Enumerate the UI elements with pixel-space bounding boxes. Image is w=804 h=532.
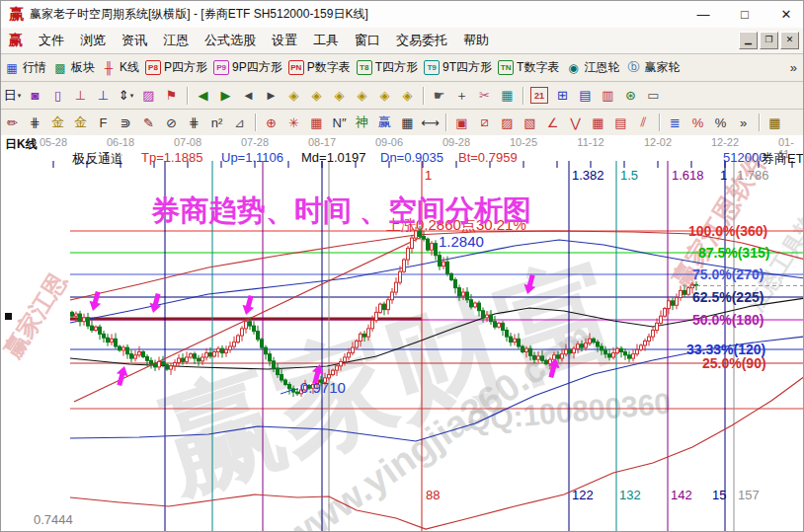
minimize-button[interactable]: — [696,7,710,22]
title-bar: 赢 赢家老子时空周期系统[纵横版] - [券商ETF SH512000-159日… [1,1,803,29]
candle-body [150,360,153,363]
draw-tool-icon[interactable]: ⧄ [474,113,495,132]
draw-tool-icon[interactable]: ⊕ [261,113,281,132]
draw-tool-icon[interactable]: 金 [70,113,91,132]
toolbar-button-T数字表[interactable]: TNT数字表 [498,59,559,76]
toolbar-button-江恩轮[interactable]: ◉江恩轮 [565,59,619,76]
nav-tool-icon[interactable]: 21 [530,87,548,104]
toolbar-button-P四方形[interactable]: P8P四方形 [145,59,207,76]
nav-tool-icon[interactable]: 日▾ [2,86,23,106]
nav-tool-icon[interactable]: ☛ [429,86,449,106]
draw-tool-icon[interactable]: ▦ [764,113,785,132]
toolbar-button-赢家轮[interactable]: ⓑ赢家轮 [625,59,680,76]
draw-tool-icon[interactable]: n² [206,113,227,132]
nav-tool-icon[interactable]: ＋ [451,86,472,106]
nav-tool-icon[interactable]: ► [261,86,281,106]
draw-tool-icon[interactable]: ⊿ [229,113,250,132]
draw-tool-icon[interactable]: ⋕ [25,113,45,132]
mdi-restore-button[interactable]: ❐ [760,32,778,49]
nav-tool-icon[interactable]: ⊥ [93,86,114,106]
menu-item[interactable]: 公式选股 [197,30,264,50]
toolbar-button-label: P四方形 [164,59,207,76]
draw-tool-icon[interactable]: N″ [329,113,350,132]
toolbar-button-P数字表[interactable]: PNP数字表 [288,59,351,76]
time-cycle-label: 1.382 [572,168,604,183]
nav-tool-icon[interactable]: ▯ [47,86,68,106]
draw-tool-icon[interactable]: % [710,113,731,132]
toolbar-button-T四方形[interactable]: T8T四方形 [357,59,418,76]
nav-tool-icon[interactable]: ▶ [215,86,236,106]
menu-item[interactable]: 窗口 [347,30,388,50]
draw-tool-icon[interactable]: ▣ [451,113,472,132]
draw-tool-icon[interactable]: ✳ [283,113,304,132]
menu-item[interactable]: 帮助 [455,30,497,50]
draw-tool-icon[interactable]: ▦ [306,113,327,132]
nav-tool-icon[interactable]: ✂ [474,86,495,106]
close-button[interactable]: ✕ [779,7,793,22]
draw-tool-icon[interactable]: ≣ [665,113,685,132]
indicator-value: 512000 [723,150,765,165]
price-level-label: 50.0%(180) [692,312,764,328]
draw-tool-icon[interactable]: 赢 [374,113,395,132]
toolbar-button-行情[interactable]: ▦行情 [4,59,46,76]
draw-tool-icon[interactable]: ⫽ [633,113,654,132]
draw-tool-icon[interactable]: ∠ [542,113,563,132]
indicator-value: Md=1.0197 [301,150,365,165]
nav-tool-icon[interactable]: ▦ [497,86,518,106]
nav-tool-icon[interactable]: ◈ [283,86,304,106]
nav-tool-icon[interactable]: ◈ [374,86,395,106]
nav-tool-icon[interactable]: ◈ [306,86,327,106]
draw-tool-icon[interactable]: % [687,113,708,132]
nav-tool-icon[interactable]: ◄ [238,86,259,106]
toolbar-separator [255,114,256,131]
draw-tool-icon[interactable]: » [733,113,754,132]
nav-tool-icon[interactable]: ◙ [25,86,45,106]
nav-tool-icon[interactable]: ◈ [329,86,350,106]
mdi-close-button[interactable]: ✕ [780,32,799,49]
draw-tool-icon[interactable]: 神 [352,113,372,132]
mdi-minimize-button[interactable]: ▁ [739,32,758,49]
draw-tool-icon[interactable]: ⋕ [184,113,204,132]
menu-item[interactable]: 工具 [305,30,347,50]
draw-tool-icon[interactable]: ▦ [588,113,608,132]
nav-tool-icon[interactable]: ⊛ [620,86,641,106]
draw-tool-icon[interactable]: ⟷ [420,113,441,132]
candle-body [138,351,141,354]
draw-tool-icon[interactable]: ✎ [138,113,159,132]
toolbar-overflow-chevron[interactable]: » [790,60,797,75]
draw-tool-icon[interactable]: F [93,113,114,132]
toolbar-button-板块[interactable]: ▩板块 [52,59,95,76]
draw-tool-icon[interactable]: ⋑ [116,113,136,132]
candle-body [253,326,256,331]
nav-tool-icon[interactable]: ▨ [138,86,159,106]
toolbar-button-9T四方形[interactable]: T99T四方形 [424,59,492,76]
nav-tool-icon[interactable]: ⊥ [70,86,91,106]
nav-tool-icon[interactable]: ◈ [352,86,372,106]
menu-item[interactable]: 设置 [264,30,305,50]
nav-tool-icon[interactable]: ◈ [397,86,418,106]
nav-tool-icon[interactable]: ◀ [193,86,213,106]
nav-tool-icon[interactable]: ⚑ [161,86,182,106]
draw-tool-icon[interactable]: ⊘ [161,113,182,132]
nav-tool-icon[interactable]: ▥ [598,86,618,106]
draw-tool-icon[interactable]: ▧ [520,113,540,132]
nav-tool-icon[interactable]: ▭ [643,86,664,106]
maximize-button[interactable]: □ [738,7,752,22]
draw-tool-icon[interactable]: 金 [47,113,68,132]
draw-tool-icon[interactable]: ▤ [610,113,631,132]
menu-item[interactable]: 江恩 [155,30,197,50]
toolbar-button-9P四方形[interactable]: P99P四方形 [213,59,282,76]
nav-tool-icon[interactable]: ▤ [575,86,596,106]
menu-item[interactable]: 文件 [31,30,72,50]
draw-tool-icon[interactable]: ▦ [397,113,418,132]
draw-tool-icon[interactable]: ✏ [2,113,23,132]
toolbar-button-K线[interactable]: ╫K线 [101,59,139,76]
nav-tool-icon[interactable]: ⇕▾ [116,86,136,106]
draw-tool-icon[interactable]: ⋁ [565,113,586,132]
menu-item[interactable]: 资讯 [114,30,155,50]
draw-tool-icon[interactable]: ▨ [497,113,518,132]
menu-item[interactable]: 交易委托 [388,30,455,50]
left-edge-marker[interactable] [5,313,12,320]
nav-tool-icon[interactable]: ⊞ [552,86,573,106]
menu-item[interactable]: 浏览 [72,30,114,50]
